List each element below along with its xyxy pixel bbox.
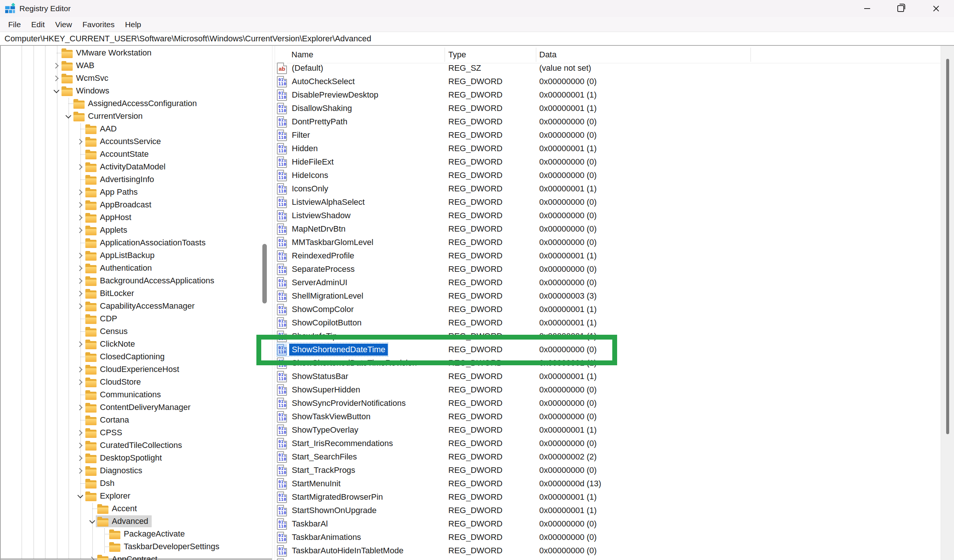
- registry-value-row[interactable]: 011110 ShowTaskViewButton REG_DWORD 0x00…: [275, 410, 941, 423]
- value-name-cell[interactable]: 011110 AutoCheckSelect: [277, 75, 357, 88]
- value-name-cell[interactable]: 011110 StartShownOnUpgrade: [277, 504, 379, 517]
- registry-value-row[interactable]: 011110 ShowStatusBar REG_DWORD 0x0000000…: [275, 370, 941, 383]
- tree-item-body[interactable]: CDP: [84, 313, 120, 325]
- registry-value-row[interactable]: 011110 IconsOnly REG_DWORD 0x00000001 (1…: [275, 182, 941, 196]
- tree-item[interactable]: BackgroundAccessApplications: [1, 274, 272, 287]
- tree-item[interactable]: Dsh: [1, 477, 272, 490]
- tree-item[interactable]: PackageActivate: [1, 527, 272, 540]
- column-header-type[interactable]: Type: [448, 46, 466, 63]
- tree-item-body[interactable]: BitLocker: [84, 288, 137, 299]
- value-name-cell[interactable]: 011110 ShellMigrationLevel: [277, 289, 366, 303]
- tree-item[interactable]: Accent: [1, 502, 272, 515]
- tree-item-body[interactable]: Advanced: [96, 515, 152, 527]
- value-name-cell[interactable]: 011110 ShowTypeOverlay: [277, 423, 361, 437]
- tree-item[interactable]: ContentDeliveryManager: [1, 401, 272, 414]
- menu-file[interactable]: File: [3, 17, 26, 32]
- value-name-cell[interactable]: 011110 IconsOnly: [277, 182, 331, 196]
- tree-item-body[interactable]: AppListBackup: [84, 249, 158, 261]
- tree-item[interactable]: BitLocker: [1, 287, 272, 300]
- registry-value-row[interactable]: 011110 DisallowShaking REG_DWORD 0x00000…: [275, 102, 941, 115]
- registry-value-row[interactable]: 011110 ShowSuperHidden REG_DWORD 0x00000…: [275, 383, 941, 397]
- tree-item-body[interactable]: CloudStore: [84, 376, 144, 388]
- registry-value-row[interactable]: 011110 ShowSyncProviderNotifications REG…: [275, 397, 941, 410]
- value-name-cell[interactable]: 011110 ShowSuperHidden: [277, 383, 363, 397]
- registry-value-row[interactable]: 011110 StartMenuInit REG_DWORD 0x0000000…: [275, 477, 941, 490]
- registry-value-row[interactable]: 011110: [275, 557, 941, 560]
- tree-item-body[interactable]: TaskbarDeveloperSettings: [108, 541, 223, 552]
- tree-item-body[interactable]: BackgroundAccessApplications: [84, 275, 218, 287]
- registry-value-row[interactable]: 011110 DisablePreviewDesktop REG_DWORD 0…: [275, 88, 941, 102]
- tree-item-body[interactable]: Applets: [84, 224, 131, 236]
- tree-item[interactable]: Explorer: [1, 490, 272, 502]
- tree-item[interactable]: App Paths: [1, 186, 272, 198]
- registry-value-row[interactable]: 011110 SeparateProcess REG_DWORD 0x00000…: [275, 263, 941, 276]
- tree-item-body[interactable]: ActivityDataModel: [84, 161, 169, 173]
- value-name-cell[interactable]: 011110 Start_IrisRecommendations: [277, 437, 395, 450]
- tree-item-body[interactable]: AppBroadcast: [84, 199, 155, 211]
- registry-value-row[interactable]: 011110 ShowShortenedDateTimeRevision REG…: [275, 356, 941, 370]
- tree-item[interactable]: Applets: [1, 224, 272, 236]
- tree-item[interactable]: Advanced: [1, 515, 272, 527]
- tree-item-body[interactable]: Communications: [84, 389, 164, 401]
- value-name-cell[interactable]: 011110 ShowCopilotButton: [277, 316, 364, 330]
- registry-value-row[interactable]: 011110 ShowInfoTip REG_DWORD 0x00000001 …: [275, 330, 941, 343]
- registry-value-row[interactable]: 011110 HideFileExt REG_DWORD 0x00000000 …: [275, 155, 941, 169]
- tree-item[interactable]: AAD: [1, 123, 272, 135]
- value-name-cell[interactable]: 011110 DontPrettyPath: [277, 115, 350, 128]
- column-separator[interactable]: [444, 48, 445, 62]
- tree-item[interactable]: TaskbarDeveloperSettings: [1, 540, 272, 553]
- registry-value-row[interactable]: 011110 ListviewAlphaSelect REG_DWORD 0x0…: [275, 196, 941, 209]
- tree-item[interactable]: AdvertisingInfo: [1, 173, 272, 186]
- tree-item-body[interactable]: Dsh: [84, 478, 118, 489]
- tree-item[interactable]: AppListBackup: [1, 249, 272, 262]
- tree-item[interactable]: AssignedAccessConfiguration: [1, 97, 272, 110]
- tree-item-body[interactable]: AppContract: [96, 553, 161, 560]
- registry-value-row[interactable]: 011110 Filter REG_DWORD 0x00000000 (0): [275, 128, 941, 142]
- tree-item[interactable]: WAB: [1, 59, 272, 72]
- registry-value-row[interactable]: 011110 Start_TrackProgs REG_DWORD 0x0000…: [275, 464, 941, 477]
- column-separator[interactable]: [751, 48, 751, 62]
- pane-divider[interactable]: [272, 46, 275, 560]
- tree-item[interactable]: CloudExperienceHost: [1, 363, 272, 376]
- value-name-cell[interactable]: 011110 ShowShortenedDateTimeRevision: [277, 356, 419, 370]
- value-name-cell[interactable]: 011110 ListviewAlphaSelect: [277, 196, 368, 209]
- tree-item-body[interactable]: ClosedCaptioning: [84, 351, 168, 362]
- tree-item-body[interactable]: PackageActivate: [108, 528, 188, 540]
- value-name-cell[interactable]: 011110 TaskbarAnimations: [277, 530, 364, 544]
- registry-value-row[interactable]: ab (Default) REG_SZ (value not set): [275, 61, 941, 75]
- tree-item-body[interactable]: AccountsService: [84, 135, 164, 148]
- column-header-data[interactable]: Data: [539, 46, 556, 63]
- registry-value-row[interactable]: 011110 TaskbarAl REG_DWORD 0x00000000 (0…: [275, 517, 941, 530]
- value-name-cell[interactable]: 011110 HideIcons: [277, 169, 331, 182]
- tree-item-body[interactable]: AppHost: [84, 212, 134, 223]
- value-name-cell[interactable]: 011110 DisallowShaking: [277, 102, 354, 115]
- tree-item-body[interactable]: CuratedTileCollections: [84, 439, 186, 451]
- tree-item[interactable]: CDP: [1, 313, 272, 325]
- value-name-cell[interactable]: 011110 Hidden: [277, 142, 321, 155]
- column-header-name[interactable]: Name: [292, 46, 313, 63]
- tree-item[interactable]: CloudStore: [1, 376, 272, 388]
- tree-item[interactable]: CuratedTileCollections: [1, 439, 272, 452]
- tree-item-body[interactable]: WcmSvc: [60, 72, 112, 84]
- tree-item-body[interactable]: CurrentVersion: [72, 110, 146, 122]
- list-scrollbar-thumb[interactable]: [946, 59, 949, 434]
- tree-item-body[interactable]: AssignedAccessConfiguration: [72, 98, 200, 109]
- tree-item-body[interactable]: ClickNote: [84, 338, 138, 350]
- tree-item-body[interactable]: App Paths: [84, 186, 141, 198]
- registry-value-row[interactable]: 011110 ReindexedProfile REG_DWORD 0x0000…: [275, 249, 941, 263]
- tree-item[interactable]: AppHost: [1, 211, 272, 224]
- value-name-cell[interactable]: 011110 StartMenuInit: [277, 477, 343, 490]
- registry-value-row[interactable]: 011110 ShowCopilotButton REG_DWORD 0x000…: [275, 316, 941, 330]
- tree-item-body[interactable]: CloudExperienceHost: [84, 363, 182, 375]
- tree-item[interactable]: VMware Workstation: [1, 47, 272, 59]
- minimize-button[interactable]: [854, 0, 881, 17]
- registry-value-row[interactable]: 011110 StartMigratedBrowserPin REG_DWORD…: [275, 490, 941, 504]
- tree-item-body[interactable]: ContentDeliveryManager: [84, 401, 194, 413]
- tree-item-body[interactable]: Census: [84, 325, 131, 338]
- tree-item[interactable]: ActivityDataModel: [1, 160, 272, 173]
- value-name-cell[interactable]: 011110 ShowCompColor: [277, 303, 356, 316]
- menu-favorites[interactable]: Favorites: [77, 17, 120, 32]
- value-name-cell[interactable]: 011110 ServerAdminUI: [277, 276, 350, 289]
- value-name-cell[interactable]: 011110 TaskbarAl: [277, 517, 330, 530]
- value-name-cell[interactable]: 011110 Start_SearchFiles: [277, 450, 360, 464]
